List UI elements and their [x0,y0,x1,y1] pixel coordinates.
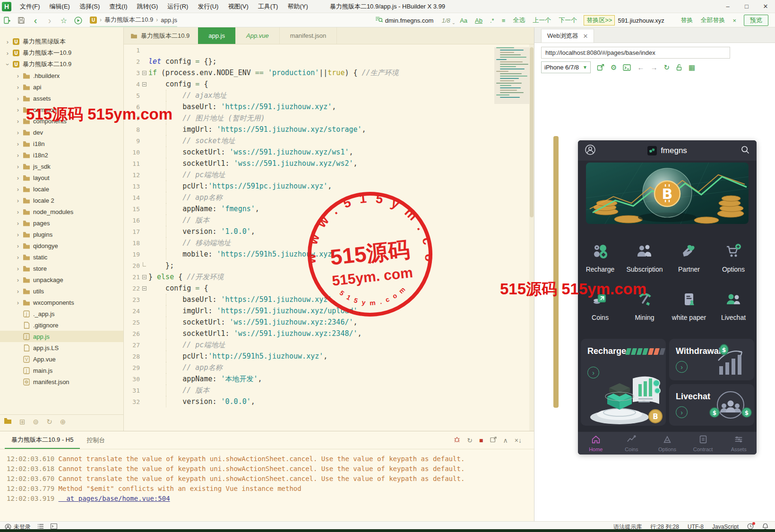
chevron-right-icon[interactable]: › [14,288,22,295]
nav-contract[interactable]: Contract [685,432,721,455]
fold-marker-icon[interactable] [140,82,148,86]
tree-item[interactable]: ›common [0,104,123,115]
tree-item[interactable]: ›wxcomponents [0,297,123,308]
multiline-icon[interactable]: ≡ [502,17,506,24]
browser-tab-close-icon[interactable]: ✕ [583,33,588,40]
tree-item[interactable]: ›dev [0,127,123,138]
chevron-right-icon[interactable]: › [14,220,22,227]
close-search-icon[interactable]: × [732,17,736,24]
nav-assets[interactable]: Assets [721,432,757,455]
chevron-right-icon[interactable]: › [14,254,22,261]
feature-whitepaper[interactable]: white paper [667,282,711,330]
editor-tab-manifest.json[interactable]: manifest.json [280,27,337,44]
replace-all-button[interactable]: 全部替换 [700,16,725,25]
livechat-card[interactable]: Livechat › $ $ [669,384,754,426]
tree-item[interactable]: .gitignore [0,319,123,331]
chevron-right-icon[interactable]: › [14,140,22,147]
nav-home[interactable]: Home [578,432,614,455]
fold-marker-icon[interactable] [140,71,148,75]
tree-item[interactable]: ›components [0,115,123,127]
chevron-right-icon[interactable]: › [14,231,22,238]
breadcrumb-project[interactable]: 暴力熊版本二10.9 [104,16,153,24]
menu-item[interactable]: 运行(R) [163,0,193,13]
feature-subscription[interactable]: Subscription [622,234,667,282]
tree-item[interactable]: app.js.LS [0,342,123,353]
open-external-console-icon[interactable] [490,437,497,444]
chevron-right-icon[interactable]: › [14,95,22,102]
chevron-right-icon[interactable]: › [14,72,22,79]
chevron-right-icon[interactable]: › [4,50,11,57]
whole-word-button[interactable]: Ab [475,17,482,24]
forward-icon[interactable]: › [43,15,56,26]
tree-item[interactable]: ›node_modules [0,206,123,217]
tree-item[interactable]: ›U暴力熊黑绿版本 [0,36,123,47]
browser-back-icon[interactable]: ← [637,63,644,71]
minimize-button[interactable]: – [718,0,737,13]
chevron-down-icon[interactable]: › [4,60,11,68]
restart-icon[interactable]: ↻ [467,437,473,444]
replace-button[interactable]: 替换 [680,16,693,25]
avatar-icon[interactable] [585,144,596,157]
chevron-right-icon[interactable]: › [14,265,22,272]
device-view-icon[interactable]: ⊞ [19,418,26,426]
app-search-icon[interactable] [741,145,750,156]
tree-item[interactable]: ›i18n [0,138,123,149]
stop-icon[interactable]: ■ [479,437,483,444]
search-input[interactable] [385,17,441,24]
tree-item[interactable]: ›i18n2 [0,149,123,161]
tree-item[interactable]: ›js_sdk [0,161,123,172]
debug-bug-icon[interactable] [454,436,460,444]
withdrawal-card[interactable]: Withdrawal › $ [669,339,754,380]
feature-livechat[interactable]: Livechat [711,282,756,330]
menu-item[interactable]: 工具(T) [253,0,283,13]
nav-options[interactable]: Options [649,432,685,455]
browser-forward-icon[interactable]: → [650,63,657,71]
tree-item[interactable]: ›U暴力熊版本一10.9 [0,47,123,59]
tree-item[interactable]: ›assets [0,93,123,104]
fold-box-icon[interactable] [142,82,146,86]
explorer-folder-icon[interactable] [4,418,12,426]
chevron-right-icon[interactable]: › [14,299,22,306]
unlock-icon[interactable] [676,64,682,71]
clear-console-icon[interactable]: ×↓ [515,437,522,444]
open-in-browser-icon[interactable] [597,64,604,71]
replace-input[interactable] [618,17,677,24]
search-history-chevron-icon[interactable]: ˬ [453,17,455,24]
chevron-right-icon[interactable]: › [14,276,22,283]
menu-item[interactable]: 查找(I) [104,0,132,13]
next-match-button[interactable]: 下一个 [559,16,577,25]
chevron-right-icon[interactable]: › [14,197,22,204]
maximize-button[interactable]: □ [737,0,756,13]
withdrawal-arrow-icon[interactable]: › [676,361,688,373]
extensions-view-icon[interactable]: ⊕ [60,418,66,426]
console-tab-console[interactable]: 控制台 [80,431,112,449]
tree-item[interactable]: ›static [0,251,123,263]
match-case-button[interactable]: Aa [460,17,467,24]
nav-coins[interactable]: Coins [614,432,650,455]
fold-box-icon[interactable] [142,286,146,291]
save-icon[interactable] [15,15,27,26]
tree-item[interactable]: ›utils [0,285,123,297]
fold-marker-icon[interactable] [140,286,148,291]
menu-item[interactable]: 跳转(G) [132,0,163,13]
feature-recharge[interactable]: Recharge [578,234,622,282]
close-button[interactable]: ✕ [756,0,775,13]
feature-partner[interactable]: Partner [667,234,711,282]
menu-item[interactable]: 帮助(Y) [283,0,312,13]
chevron-right-icon[interactable]: › [14,106,22,113]
chevron-right-icon[interactable]: › [4,38,11,45]
chevron-right-icon[interactable]: › [14,163,22,170]
chevron-right-icon[interactable]: › [14,208,22,215]
editor-tab-App.vue[interactable]: App.vue [236,27,280,44]
search-filter-icon[interactable] [375,16,383,25]
tree-item[interactable]: ›unpackage [0,274,123,285]
chevron-right-icon[interactable]: › [14,152,22,159]
tree-item[interactable]: VApp.vue [0,353,123,365]
tree-item[interactable]: ›layout [0,172,123,183]
feature-coins[interactable]: Coins [578,282,622,330]
editor-folder-crumb[interactable]: 暴力熊版本二10.9 [124,27,198,44]
console-tab-h5[interactable]: 暴力熊版本二10.9 - H5 [5,431,80,449]
refresh-view-icon[interactable]: ↻ [46,418,52,426]
tree-item[interactable]: manifest.json [0,376,123,387]
chevron-right-icon[interactable]: › [14,174,22,181]
